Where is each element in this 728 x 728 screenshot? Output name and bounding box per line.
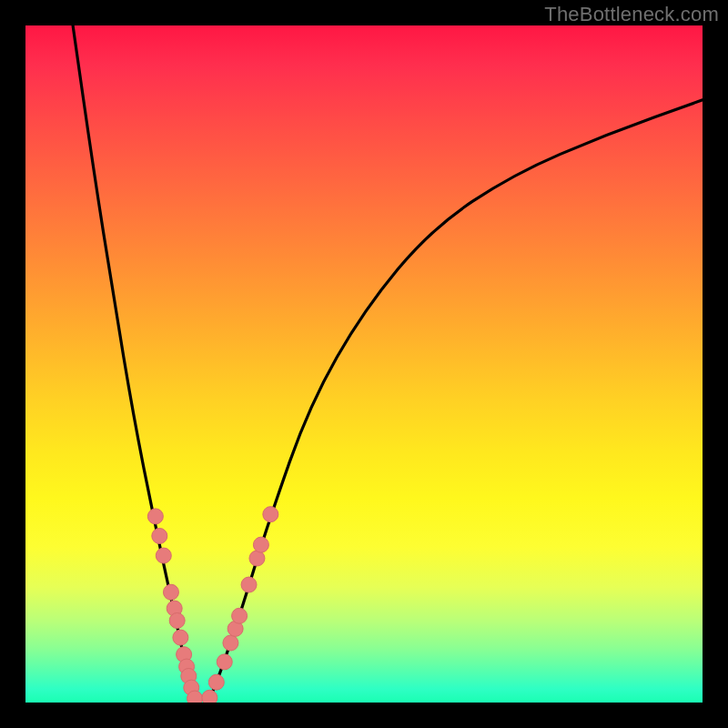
data-marker [217, 654, 232, 670]
data-marker [163, 584, 178, 600]
data-marker [263, 507, 278, 522]
data-marker [169, 612, 185, 628]
data-marker [241, 577, 257, 592]
data-marker [147, 509, 163, 524]
curve-right-branch [208, 100, 703, 703]
plot-area [25, 25, 703, 703]
data-marker [202, 690, 217, 703]
data-marker [249, 551, 265, 566]
chart-frame: TheBottleneck.com [0, 0, 728, 728]
chart-svg [25, 25, 703, 703]
data-marker [253, 537, 268, 552]
data-marker [152, 528, 167, 543]
data-marker [232, 608, 248, 623]
attribution-text: TheBottleneck.com [544, 3, 719, 26]
data-marker [208, 674, 224, 690]
data-marker [156, 548, 171, 563]
data-marker [223, 635, 238, 651]
data-marker [187, 691, 203, 703]
data-marker [173, 630, 188, 645]
data-markers [147, 507, 278, 703]
